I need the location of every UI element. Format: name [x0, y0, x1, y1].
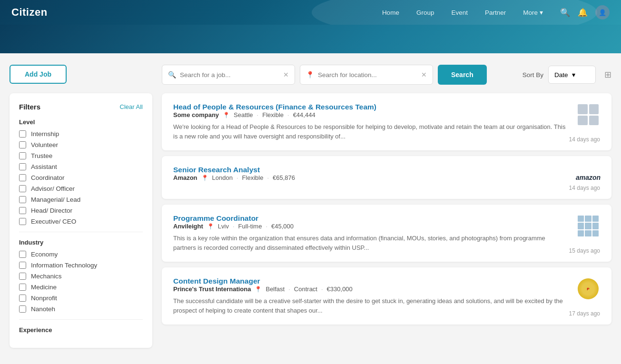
filter-item-it[interactable]: Information Technology	[19, 262, 143, 269]
managerial-checkbox[interactable]	[19, 196, 26, 203]
mechanics-label: Mechanics	[31, 273, 62, 280]
job-listings: Head of People & Resources (Finance & Re…	[162, 93, 611, 325]
filter-item-managerial[interactable]: Managerial/ Lead	[19, 196, 143, 203]
filter-item-coordinator[interactable]: Coordinator	[19, 174, 143, 181]
filter-item-medicine[interactable]: Medicine	[19, 284, 143, 291]
filter-item-assistant[interactable]: Assistant	[19, 163, 143, 170]
job-card-content: Programme Coordinator Anvileight 📍 Lviv …	[173, 214, 569, 252]
coordinator-checkbox[interactable]	[19, 174, 26, 181]
job-company: Anvileight	[173, 223, 203, 230]
search-icon-button[interactable]: 🔍	[560, 8, 570, 18]
add-job-button[interactable]: Add Job	[10, 65, 67, 84]
filter-item-trustee[interactable]: Trustee	[19, 152, 143, 159]
economy-label: Economy	[31, 251, 58, 258]
job-search-clear-icon[interactable]: ✕	[283, 71, 289, 79]
assistant-label: Assistant	[31, 163, 57, 170]
managerial-label: Managerial/ Lead	[31, 196, 80, 203]
sort-by-label: Sort By	[522, 71, 543, 79]
location-search-clear-icon[interactable]: ✕	[421, 71, 427, 79]
mechanics-checkbox[interactable]	[19, 273, 26, 280]
filter-item-mechanics[interactable]: Mechanics	[19, 273, 143, 280]
location-pin-icon: 📍	[255, 286, 262, 293]
trustee-checkbox[interactable]	[19, 152, 26, 159]
sort-select-dropdown[interactable]: Date ▾	[548, 66, 596, 84]
nanoteh-label: Nanoteh	[31, 305, 55, 313]
filter-item-advisor[interactable]: Advisor/ Officer	[19, 185, 143, 192]
job-card: Senior Research Analyst Amazon 📍 London …	[162, 156, 611, 199]
location-pin-icon: 📍	[201, 175, 208, 181]
location-search-input-wrap: 📍 ✕	[300, 65, 433, 85]
location-search-icon: 📍	[306, 71, 314, 79]
search-button[interactable]: Search	[438, 65, 487, 85]
filter-item-nanoteh[interactable]: Nanoteh	[19, 305, 143, 313]
nav-icons: 🔍 🔔 👤	[560, 5, 610, 20]
job-salary: €330,000	[327, 285, 353, 293]
clear-all-button[interactable]: Clear All	[120, 103, 143, 110]
assistant-checkbox[interactable]	[19, 163, 26, 170]
location-search-input[interactable]	[318, 71, 421, 79]
filter-divider-2	[19, 319, 143, 320]
filter-item-internship[interactable]: Internship	[19, 130, 143, 138]
job-date: 14 days ago	[569, 185, 600, 191]
job-title[interactable]: Head of People & Resources (Finance & Re…	[173, 103, 376, 111]
job-meta: Anvileight 📍 Lviv · Full-time · €45,000	[173, 223, 569, 230]
nav-event[interactable]: Event	[451, 9, 468, 16]
it-label: Information Technology	[31, 262, 97, 269]
location-pin-icon: 📍	[207, 223, 214, 230]
nav-group[interactable]: Group	[416, 9, 434, 16]
volunteer-checkbox[interactable]	[19, 141, 26, 148]
nav-more-label: More	[523, 9, 538, 16]
nav-home[interactable]: Home	[382, 9, 399, 16]
job-salary: €65,876	[273, 174, 295, 181]
filter-item-economy[interactable]: Economy	[19, 251, 143, 258]
navigation: Citizen Home Group Event Partner More ▾ …	[0, 0, 621, 25]
job-logo	[576, 214, 600, 238]
chevron-down-icon: ▾	[540, 9, 543, 16]
job-title[interactable]: Senior Research Analyst	[173, 166, 260, 174]
grid-view-button[interactable]: ⊞	[604, 69, 611, 80]
internship-checkbox[interactable]	[19, 130, 26, 138]
executive-checkbox[interactable]	[19, 218, 26, 225]
it-checkbox[interactable]	[19, 262, 26, 269]
nonprofit-checkbox[interactable]	[19, 295, 26, 302]
filter-item-nonprofit[interactable]: Nonprofit	[19, 295, 143, 302]
filters-title: Filters	[19, 103, 40, 111]
filter-item-volunteer[interactable]: Volunteer	[19, 141, 143, 148]
job-title[interactable]: Content Design Manager	[173, 277, 260, 285]
filter-item-executive[interactable]: Executive/ CEO	[19, 218, 143, 225]
job-search-input-wrap: 🔍 ✕	[162, 65, 295, 85]
job-description: We're looking for a Head of People & Res…	[173, 122, 569, 141]
head-director-checkbox[interactable]	[19, 207, 26, 214]
head-director-label: Head/ Director	[31, 207, 72, 214]
job-description: This is a key role within the organizati…	[173, 234, 569, 252]
level-section-title: Level	[19, 118, 143, 126]
job-title[interactable]: Programme Coordinator	[173, 214, 258, 222]
notification-icon-button[interactable]: 🔔	[578, 8, 588, 18]
nanoteh-checkbox[interactable]	[19, 305, 26, 313]
coordinator-label: Coordinator	[31, 174, 65, 181]
volunteer-label: Volunteer	[31, 141, 58, 148]
experience-section-title: Experience	[19, 326, 143, 334]
economy-checkbox[interactable]	[19, 251, 26, 258]
filters-header: Filters Clear All	[19, 103, 143, 111]
advisor-checkbox[interactable]	[19, 185, 26, 192]
job-search-input[interactable]	[180, 71, 283, 79]
internship-label: Internship	[31, 130, 59, 138]
job-tag: Flexible	[262, 111, 284, 118]
level-filter-list: Internship Volunteer Trustee Assistant C…	[19, 130, 143, 225]
executive-label: Executive/ CEO	[31, 218, 76, 225]
medicine-checkbox[interactable]	[19, 284, 26, 291]
job-salary: €45,000	[271, 223, 294, 230]
job-location: Lviv	[218, 223, 229, 230]
nav-partner[interactable]: Partner	[485, 9, 506, 16]
job-card: Content Design Manager Prince's Trust In…	[162, 267, 611, 325]
job-search-icon: 🔍	[168, 71, 176, 79]
medicine-label: Medicine	[31, 284, 57, 291]
hero-banner	[0, 25, 621, 53]
avatar[interactable]: 👤	[595, 5, 610, 20]
job-date: 15 days ago	[569, 247, 600, 254]
advisor-label: Advisor/ Officer	[31, 185, 75, 192]
site-logo[interactable]: Citizen	[11, 6, 48, 19]
filter-item-head-director[interactable]: Head/ Director	[19, 207, 143, 214]
nav-more-dropdown[interactable]: More ▾	[523, 9, 543, 16]
